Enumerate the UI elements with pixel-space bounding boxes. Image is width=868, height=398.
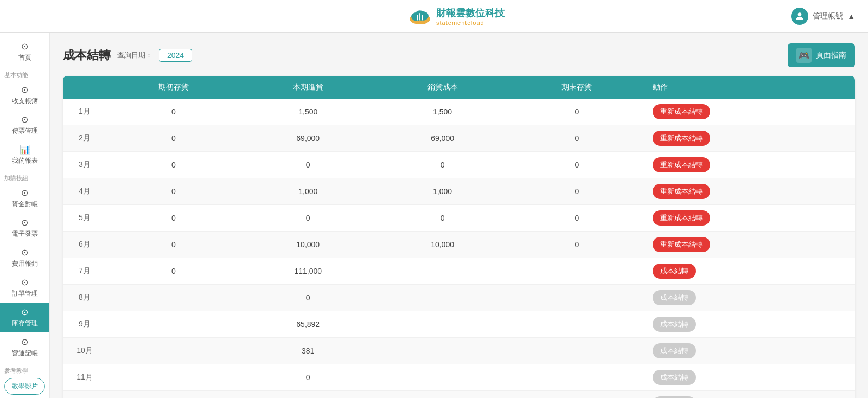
logo-text-en: statementcloud bbox=[436, 20, 505, 26]
redo-cost-button[interactable]: 重新成本結轉 bbox=[653, 210, 710, 226]
user-menu[interactable]: 管理帳號 ▲ bbox=[791, 8, 855, 25]
table-row: 4月01,0001,0000重新成本結轉 bbox=[63, 178, 855, 205]
cell-closing bbox=[509, 338, 644, 364]
col-action: 動作 bbox=[644, 76, 855, 99]
sidebar-item-voucher[interactable]: ⊙ 傳票管理 bbox=[0, 110, 49, 140]
cell-cogs: 1,000 bbox=[375, 178, 510, 205]
table-row: 12月0成本結轉 bbox=[63, 391, 855, 399]
table-row: 3月0000重新成本結轉 bbox=[63, 152, 855, 178]
cell-purchase: 0 bbox=[241, 364, 375, 391]
table-row: 8月0成本結轉 bbox=[63, 285, 855, 311]
col-opening: 期初存貨 bbox=[106, 76, 241, 99]
settle-cost-button[interactable]: 成本結轉 bbox=[653, 343, 696, 358]
cell-month: 2月 bbox=[63, 125, 106, 152]
sidebar-item-order-label: 訂單管理 bbox=[12, 289, 38, 298]
sidebar-item-einvoice[interactable]: ⊙ 電子發票 bbox=[0, 213, 49, 243]
cell-month: 12月 bbox=[63, 391, 106, 399]
user-avatar bbox=[791, 8, 808, 25]
cell-cogs bbox=[375, 258, 510, 285]
cell-month: 9月 bbox=[63, 311, 106, 338]
cell-closing bbox=[509, 311, 644, 338]
home-icon: ⊙ bbox=[21, 41, 28, 52]
sidebar-item-ledger[interactable]: ⊙ 收支帳簿 bbox=[0, 80, 49, 110]
logo: 財報雲數位科技 statementcloud bbox=[408, 7, 505, 26]
ref-section-label: 參考教學 bbox=[0, 362, 49, 376]
redo-cost-button[interactable]: 重新成本結轉 bbox=[653, 237, 710, 252]
voucher-icon: ⊙ bbox=[21, 114, 28, 125]
main-content: 成本結轉 查詢日期： 2024 🎮 頁面指南 期初存貨 本期進貨 銷貨成本 期末… bbox=[50, 33, 868, 398]
settle-cost-button[interactable]: 成本結轉 bbox=[653, 290, 696, 305]
cell-month: 5月 bbox=[63, 205, 106, 232]
sidebar-item-expense-label: 費用報銷 bbox=[12, 259, 38, 268]
cell-action: 重新成本結轉 bbox=[644, 99, 855, 125]
sidebar-item-report[interactable]: 📊 我的報表 bbox=[0, 140, 49, 170]
business-icon: ⊙ bbox=[21, 337, 28, 347]
cell-cogs bbox=[375, 285, 510, 311]
cell-opening: 0 bbox=[106, 232, 241, 258]
col-closing: 期末存貨 bbox=[509, 76, 644, 99]
query-date-label: 查詢日期： bbox=[117, 50, 152, 60]
settle-cost-button[interactable]: 成本結轉 bbox=[653, 264, 696, 279]
sidebar-item-ledger-label: 收支帳簿 bbox=[12, 97, 38, 106]
cell-cogs: 10,000 bbox=[375, 232, 510, 258]
sidebar-item-home[interactable]: ⊙ 首頁 bbox=[0, 37, 49, 67]
cell-cogs: 0 bbox=[375, 152, 510, 178]
cell-cogs bbox=[375, 311, 510, 338]
user-dropdown-icon[interactable]: ▲ bbox=[847, 12, 855, 21]
cell-action: 成本結轉 bbox=[644, 285, 855, 311]
settle-cost-button[interactable]: 成本結轉 bbox=[653, 370, 696, 385]
cell-closing: 0 bbox=[509, 152, 644, 178]
table-row: 10月381成本結轉 bbox=[63, 338, 855, 364]
cell-opening: 0 bbox=[106, 205, 241, 232]
cell-action: 成本結轉 bbox=[644, 338, 855, 364]
table-row: 6月010,00010,0000重新成本結轉 bbox=[63, 232, 855, 258]
sidebar-item-fund-label: 資金對帳 bbox=[12, 200, 38, 209]
cell-purchase: 1,500 bbox=[241, 99, 375, 125]
cell-month: 7月 bbox=[63, 258, 106, 285]
report-icon: 📊 bbox=[20, 144, 30, 155]
cell-purchase: 0 bbox=[241, 391, 375, 399]
settle-cost-button[interactable]: 成本結轉 bbox=[653, 317, 696, 332]
cell-closing bbox=[509, 391, 644, 399]
guide-button[interactable]: 🎮 頁面指南 bbox=[788, 43, 855, 67]
sidebar-item-business-label: 營運記帳 bbox=[12, 349, 38, 358]
redo-cost-button[interactable]: 重新成本結轉 bbox=[653, 131, 710, 146]
sidebar-item-order[interactable]: ⊙ 訂單管理 bbox=[0, 273, 49, 303]
sidebar-item-business[interactable]: ⊙ 營運記帳 bbox=[0, 332, 49, 362]
redo-cost-button[interactable]: 重新成本結轉 bbox=[653, 104, 710, 119]
redo-cost-button[interactable]: 重新成本結轉 bbox=[653, 184, 710, 199]
sidebar-item-expense[interactable]: ⊙ 費用報銷 bbox=[0, 243, 49, 273]
cell-purchase: 381 bbox=[241, 338, 375, 364]
query-date-value: 2024 bbox=[159, 49, 192, 62]
cell-closing bbox=[509, 364, 644, 391]
cell-month: 8月 bbox=[63, 285, 106, 311]
table-row: 2月069,00069,0000重新成本結轉 bbox=[63, 125, 855, 152]
svg-point-7 bbox=[798, 12, 802, 16]
redo-cost-button[interactable]: 重新成本結轉 bbox=[653, 157, 710, 172]
cell-month: 4月 bbox=[63, 178, 106, 205]
cell-opening bbox=[106, 364, 241, 391]
cell-action: 重新成本結轉 bbox=[644, 232, 855, 258]
header: 財報雲數位科技 statementcloud 管理帳號 ▲ bbox=[0, 0, 868, 33]
cell-month: 11月 bbox=[63, 364, 106, 391]
cell-cogs: 69,000 bbox=[375, 125, 510, 152]
cell-opening bbox=[106, 285, 241, 311]
sidebar-item-fund[interactable]: ⊙ 資金對帳 bbox=[0, 183, 49, 213]
table-row: 9月65,892成本結轉 bbox=[63, 311, 855, 338]
cell-action: 成本結轉 bbox=[644, 258, 855, 285]
cell-action: 成本結轉 bbox=[644, 391, 855, 399]
cell-purchase: 0 bbox=[241, 205, 375, 232]
cell-purchase: 10,000 bbox=[241, 232, 375, 258]
cell-month: 6月 bbox=[63, 232, 106, 258]
ledger-icon: ⊙ bbox=[21, 85, 28, 95]
cell-action: 重新成本結轉 bbox=[644, 125, 855, 152]
cell-cogs bbox=[375, 338, 510, 364]
tutorial-button[interactable]: 教學影片 bbox=[4, 378, 45, 395]
cell-closing bbox=[509, 258, 644, 285]
cell-action: 重新成本結轉 bbox=[644, 152, 855, 178]
page-title: 成本結轉 bbox=[63, 47, 111, 63]
cell-closing: 0 bbox=[509, 125, 644, 152]
einvoice-icon: ⊙ bbox=[21, 217, 28, 228]
user-label: 管理帳號 bbox=[813, 11, 843, 21]
sidebar-item-inventory[interactable]: ⊙ 庫存管理 bbox=[0, 303, 49, 332]
